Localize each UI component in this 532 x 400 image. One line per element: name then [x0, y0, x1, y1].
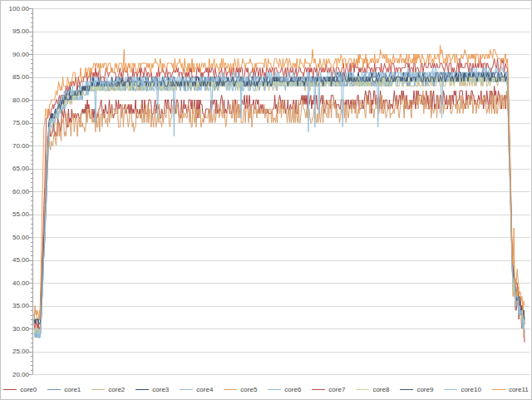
legend-item-core11: core11 — [492, 386, 529, 393]
legend-label: core5 — [240, 386, 257, 393]
legend-label: core3 — [152, 386, 169, 393]
y-tick-label: 20.00 — [1, 371, 29, 378]
chart-plot-area — [1, 1, 532, 400]
y-tick-label: 100.00 — [1, 5, 29, 12]
legend-label: core4 — [196, 386, 213, 393]
legend-line-sample — [492, 389, 505, 390]
legend-label: core7 — [328, 386, 345, 393]
legend-label: core2 — [108, 386, 125, 393]
legend-line-sample — [356, 389, 369, 390]
legend-line-sample — [224, 389, 237, 390]
temperature-chart: 100.0095.0090.0085.0080.0075.0070.0065.0… — [0, 0, 532, 400]
legend-item-core1: core1 — [47, 386, 81, 393]
legend-label: core9 — [416, 386, 433, 393]
legend-line-sample — [400, 389, 413, 390]
legend-item-core7: core7 — [312, 386, 345, 393]
y-tick-label: 95.00 — [1, 27, 29, 35]
series-line-core1 — [34, 77, 525, 338]
y-tick-label: 75.00 — [1, 119, 29, 126]
series-line-core8 — [34, 77, 525, 333]
y-tick-label: 45.00 — [1, 256, 29, 264]
y-tick-label: 35.00 — [1, 302, 29, 309]
legend-line-sample — [135, 389, 149, 390]
legend-line-sample — [180, 389, 193, 390]
y-tick-label: 60.00 — [1, 188, 29, 195]
legend-item-core10: core10 — [444, 386, 480, 393]
legend-item-core8: core8 — [356, 386, 389, 393]
series-line-core5 — [34, 91, 525, 338]
legend-line-sample — [3, 389, 17, 390]
y-tick-label: 30.00 — [1, 325, 29, 333]
y-tick-label: 50.00 — [1, 234, 29, 241]
legend-item-core2: core2 — [91, 386, 125, 393]
legend-line-sample — [444, 389, 457, 390]
chart-legend: core0core1core2core3core4core5core6core7… — [1, 386, 531, 393]
y-tick-label: 25.00 — [1, 348, 29, 355]
legend-line-sample — [312, 389, 325, 390]
legend-label: core8 — [372, 386, 389, 393]
legend-label: core11 — [509, 386, 529, 393]
legend-item-core5: core5 — [224, 386, 257, 393]
legend-label: core6 — [284, 386, 301, 393]
y-tick-label: 55.00 — [1, 210, 29, 218]
legend-item-core6: core6 — [268, 386, 301, 393]
y-tick-label: 80.00 — [1, 96, 29, 104]
legend-item-core3: core3 — [135, 386, 169, 393]
legend-line-sample — [268, 389, 281, 390]
y-tick-label: 85.00 — [1, 73, 29, 81]
y-tick-label: 70.00 — [1, 142, 29, 150]
y-tick-label: 90.00 — [1, 51, 29, 58]
legend-line-sample — [47, 389, 61, 390]
series-line-core6 — [34, 77, 525, 338]
y-tick-label: 65.00 — [1, 165, 29, 172]
legend-item-core0: core0 — [3, 386, 37, 393]
legend-item-core4: core4 — [180, 386, 213, 393]
y-tick-label: 40.00 — [1, 279, 29, 287]
legend-item-core9: core9 — [400, 386, 433, 393]
legend-line-sample — [91, 389, 105, 390]
legend-label: core0 — [20, 386, 37, 393]
legend-label: core1 — [64, 386, 81, 393]
legend-label: core10 — [461, 386, 480, 393]
series-line-core2 — [34, 77, 525, 333]
